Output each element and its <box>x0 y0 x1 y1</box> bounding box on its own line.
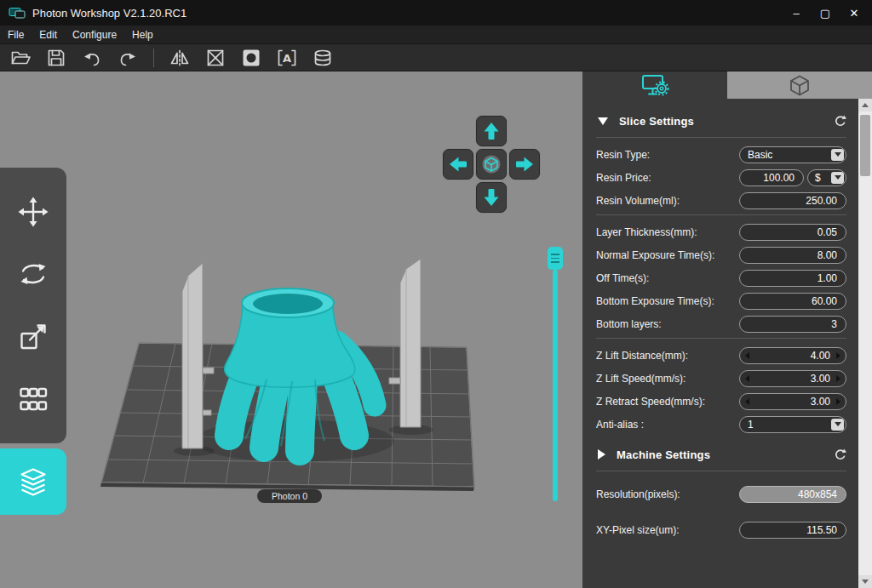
mirror-icon <box>169 47 191 69</box>
resin-volume-input[interactable]: 250.00 <box>739 192 846 209</box>
chevron-down-icon[interactable] <box>831 419 844 431</box>
divider <box>596 338 846 339</box>
reset-slice-settings-button[interactable] <box>834 115 846 128</box>
undo-button[interactable] <box>80 46 104 70</box>
scroll-up-button[interactable] <box>858 99 872 111</box>
save-button[interactable] <box>44 46 68 70</box>
scrollbar-thumb[interactable] <box>860 115 870 176</box>
reset-machine-settings-button[interactable] <box>834 448 846 461</box>
row-layer-thickness: Layer Thickness(mm): 0.05 <box>596 220 846 243</box>
normal-exposure-input[interactable]: 8.00 <box>739 247 846 264</box>
mirror-button[interactable] <box>168 46 192 70</box>
slider-track[interactable] <box>553 270 558 501</box>
resin-type-label: Resin Type: <box>596 149 739 161</box>
tab-model-info[interactable] <box>727 71 872 99</box>
home-view-button[interactable] <box>476 149 507 180</box>
tab-slice-settings[interactable] <box>582 71 727 99</box>
toolbar-separator <box>153 49 154 67</box>
move-icon <box>16 195 50 229</box>
layer-thickness-input[interactable]: 0.05 <box>739 224 846 241</box>
bottom-layers-input[interactable]: 3 <box>739 316 846 333</box>
refresh-icon <box>834 115 846 128</box>
wireframe-cube-icon <box>788 73 812 97</box>
clone-array-tool-button[interactable] <box>14 380 52 418</box>
redo-button[interactable] <box>116 46 140 70</box>
rotate-right-button[interactable] <box>509 149 540 180</box>
chevron-down-icon[interactable] <box>831 149 844 161</box>
move-tool-button[interactable] <box>14 193 52 231</box>
z-lift-speed-stepper[interactable]: 3.00 <box>739 370 846 387</box>
machine-settings-header[interactable]: Machine Settings <box>596 441 846 468</box>
settings-panel: Slice Settings Resin Type: Basic <box>582 71 872 588</box>
z-lift-distance-label: Z Lift Distance(mm): <box>596 350 739 362</box>
resin-price-input[interactable]: 100.00 <box>739 169 804 186</box>
add-text-icon: A <box>276 47 298 69</box>
xy-pixel-input[interactable]: 115.50 <box>739 522 846 539</box>
rotate-up-button[interactable] <box>476 116 507 146</box>
layer-thickness-label: Layer Thickness(mm): <box>596 226 739 238</box>
viewport-3d[interactable]: Photon 0 <box>0 71 582 588</box>
increment-icon[interactable] <box>836 352 840 359</box>
scroll-down-button[interactable] <box>858 575 872 588</box>
decrement-icon[interactable] <box>745 398 749 405</box>
slice-settings-form: Slice Settings Resin Type: Basic <box>582 99 858 588</box>
z-lift-distance-stepper[interactable]: 4.00 <box>739 347 846 364</box>
plate-name-text: Photon 0 <box>272 491 307 501</box>
scale-tool-button[interactable] <box>14 318 52 356</box>
rotate-left-button[interactable] <box>443 149 473 180</box>
maximize-button[interactable]: ▢ <box>812 3 838 23</box>
chevron-down-icon[interactable] <box>831 172 844 184</box>
triangle-down-icon <box>862 579 869 584</box>
increment-icon[interactable] <box>836 375 840 382</box>
z-lift-speed-label: Z Lift Speed(mm/s): <box>596 373 739 385</box>
triangle-up-icon <box>862 103 869 107</box>
resin-volume-label: Resin Volume(ml): <box>596 195 739 207</box>
rotate-down-button[interactable] <box>476 182 507 213</box>
increment-icon[interactable] <box>836 398 840 405</box>
redo-icon <box>117 47 139 69</box>
row-resin-type: Resin Type: Basic <box>596 143 846 166</box>
divider <box>596 214 846 215</box>
currency-select[interactable]: $ <box>807 169 846 186</box>
hollow-button[interactable] <box>204 46 227 70</box>
off-time-input[interactable]: 1.00 <box>739 270 846 287</box>
slice-settings-header[interactable]: Slice Settings <box>596 107 846 134</box>
anti-alias-select[interactable]: 1 <box>739 416 846 433</box>
add-text-button[interactable]: A <box>275 46 299 70</box>
row-anti-alias: Anti-alias : 1 <box>596 413 846 436</box>
decrement-icon[interactable] <box>745 375 749 382</box>
menu-file[interactable]: File <box>0 26 32 43</box>
bottom-exposure-label: Bottom Exposure Time(s): <box>596 295 739 307</box>
panel-scrollbar[interactable] <box>858 99 872 588</box>
cube-icon <box>480 153 502 175</box>
menu-bar: File Edit Configure Help <box>0 26 872 44</box>
rotate-icon <box>16 257 50 291</box>
open-button[interactable] <box>9 46 32 70</box>
plate-label: Photon 0 <box>257 489 322 503</box>
collapse-expanded-icon <box>598 117 608 125</box>
row-bottom-exposure: Bottom Exposure Time(s): 60.00 <box>596 289 846 312</box>
off-time-label: Off Time(s): <box>596 272 739 284</box>
main-toolbar: A <box>0 44 872 71</box>
undo-icon <box>81 47 103 69</box>
minimize-button[interactable]: – <box>783 3 809 23</box>
close-button[interactable]: ✕ <box>841 3 867 23</box>
xy-pixel-label: XY-Pixel size(um): <box>596 524 739 536</box>
rotate-tool-button[interactable] <box>14 255 52 293</box>
resin-type-select[interactable]: Basic <box>739 146 846 163</box>
bottom-exposure-input[interactable]: 60.00 <box>739 293 846 310</box>
split-button[interactable] <box>311 46 335 70</box>
slice-button[interactable] <box>0 448 66 515</box>
menu-edit[interactable]: Edit <box>32 26 65 43</box>
main-area: Photon 0 <box>0 71 872 588</box>
decrement-icon[interactable] <box>745 352 749 359</box>
title-bar: Photon Workshop V2.1.20.RC1 – ▢ ✕ <box>0 0 872 26</box>
menu-help[interactable]: Help <box>124 26 161 43</box>
z-retract-speed-stepper[interactable]: 3.00 <box>739 393 846 410</box>
dig-hole-button[interactable] <box>239 46 263 70</box>
slider-handle[interactable] <box>548 247 563 270</box>
menu-configure[interactable]: Configure <box>65 26 124 43</box>
panel-tabs <box>582 71 872 99</box>
row-bottom-layers: Bottom layers: 3 <box>596 312 846 335</box>
anti-alias-label: Anti-alias : <box>596 419 739 431</box>
